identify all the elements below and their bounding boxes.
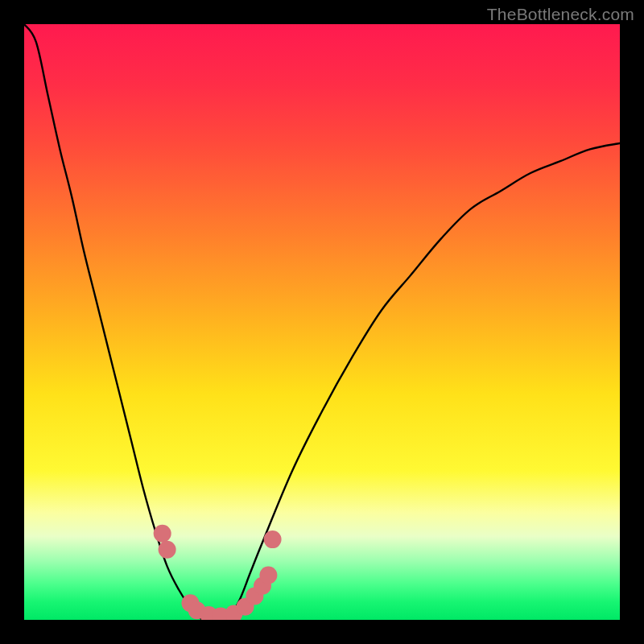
bottleneck-curve xyxy=(24,24,620,620)
curve-marker xyxy=(154,525,171,543)
watermark-text: TheBottleneck.com xyxy=(487,5,634,24)
plot-area xyxy=(24,24,620,620)
curve-markers xyxy=(154,525,282,620)
curve-marker xyxy=(259,567,277,584)
curve-layer xyxy=(24,24,620,620)
chart-frame: TheBottleneck.com xyxy=(0,0,644,644)
curve-marker xyxy=(264,530,282,548)
curve-marker xyxy=(159,541,176,559)
